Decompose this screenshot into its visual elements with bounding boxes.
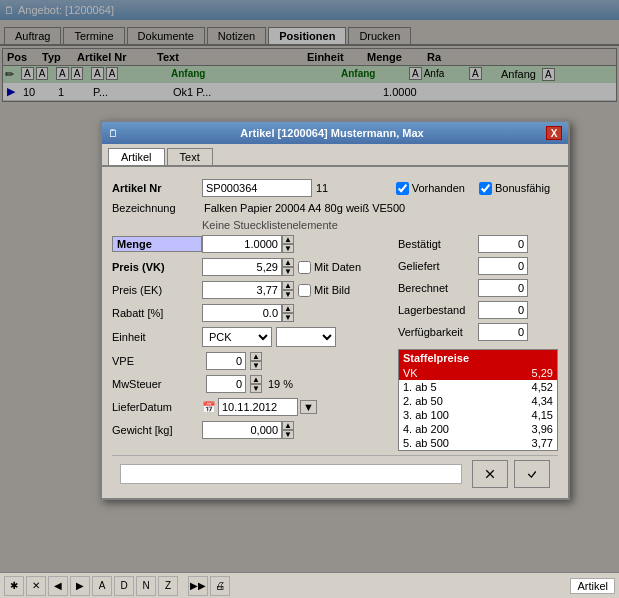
two-col-layout: Menge ▲ ▼ Preis (VK) ▲ ▼ (112, 235, 558, 451)
preis-ek-row: Preis (EK) ▲ ▼ Mit Bild (112, 281, 388, 299)
preis-ek-label: Preis (EK) (112, 284, 202, 296)
date-dropdown-icon[interactable]: ▼ (300, 400, 317, 414)
preis-vk-spinner[interactable]: ▲ ▼ (282, 258, 294, 276)
preis-ek-down[interactable]: ▼ (282, 290, 294, 299)
lagerbestand-input[interactable] (478, 301, 528, 319)
artikel-nr-label: Artikel Nr (112, 182, 202, 194)
menge-input[interactable] (202, 235, 282, 253)
menge-row: Menge ▲ ▼ (112, 235, 388, 253)
vpe-down[interactable]: ▼ (250, 361, 262, 370)
bottom-icon-x[interactable]: ✕ (26, 576, 46, 596)
bottom-bar: ✱ ✕ ◀ ▶ A D N Z ▶▶ 🖨 Artikel (0, 572, 619, 598)
calendar-icon[interactable]: 📅 (202, 401, 216, 414)
einheit-select[interactable]: PCK STK KAR (202, 327, 272, 347)
menge-spinner[interactable]: ▲ ▼ (282, 235, 294, 253)
modal-tab-artikel[interactable]: Artikel (108, 148, 165, 165)
mit-daten-checkbox[interactable] (298, 261, 311, 274)
bottom-icon-n[interactable]: N (136, 576, 156, 596)
staffel-3-value: 4,15 (532, 409, 553, 421)
bonusfaehig-checkbox[interactable] (479, 182, 492, 195)
rabatt-up[interactable]: ▲ (282, 304, 294, 313)
staffel-3-label: 3. ab 100 (403, 409, 449, 421)
staffel-row-4: 4. ab 200 3,96 (399, 422, 557, 436)
geliefert-input[interactable] (478, 257, 528, 275)
berechnet-row: Berechnet (398, 279, 528, 297)
einheit-select2[interactable] (276, 327, 336, 347)
bezeichnung-value: Falken Papier 20004 A4 80g weiß VE500 (204, 202, 405, 214)
modal-tabs: Artikel Text (102, 144, 568, 167)
mit-bild-checkbox[interactable] (298, 284, 311, 297)
menge-label: Menge (112, 236, 202, 252)
mwst-spinner[interactable]: ▲ ▼ (250, 375, 262, 393)
progress-bar (120, 464, 462, 484)
rabatt-spinner[interactable]: ▲ ▼ (282, 304, 294, 322)
berechnet-input[interactable] (478, 279, 528, 297)
berechnet-label: Berechnet (398, 282, 448, 294)
preis-vk-up[interactable]: ▲ (282, 258, 294, 267)
confirm-button[interactable] (514, 460, 550, 488)
main-content: 🗒 Angebot: [1200064] Auftrag Termine Dok… (0, 0, 619, 572)
lagerbestand-label: Lagerbestand (398, 304, 465, 316)
preis-ek-input[interactable] (202, 281, 282, 299)
staffel-vk-value: 5,29 (532, 367, 553, 379)
verfuegbarkeit-label: Verfügbarkeit (398, 326, 463, 338)
bezeichnung-row: Bezeichnung Falken Papier 20004 A4 80g w… (112, 202, 558, 214)
mit-daten-wrap: Mit Daten (298, 261, 361, 274)
preis-ek-up[interactable]: ▲ (282, 281, 294, 290)
gewicht-down[interactable]: ▼ (282, 430, 294, 439)
preis-ek-spinner[interactable]: ▲ ▼ (282, 281, 294, 299)
verfuegbarkeit-input[interactable] (478, 323, 528, 341)
cancel-button[interactable] (472, 460, 508, 488)
date-field: 📅 ▼ (202, 398, 317, 416)
bonusfaehig-checkbox-wrap: Bonusfähig (479, 182, 550, 195)
bottom-icon-print[interactable]: 🖨 (210, 576, 230, 596)
mwst-up[interactable]: ▲ (250, 375, 262, 384)
modal-close-button[interactable]: X (546, 126, 562, 140)
modal-tab-text[interactable]: Text (167, 148, 213, 165)
vpe-up[interactable]: ▲ (250, 352, 262, 361)
menge-down[interactable]: ▼ (282, 244, 294, 253)
menge-up[interactable]: ▲ (282, 235, 294, 244)
mwst-input[interactable] (206, 375, 246, 393)
modal-title-text: Artikel [1200064] Mustermann, Max (240, 127, 423, 139)
bezeichnung-label: Bezeichnung (112, 202, 202, 214)
preis-vk-down[interactable]: ▼ (282, 267, 294, 276)
gewicht-spinner[interactable]: ▲ ▼ (282, 421, 294, 439)
bottom-icon-back[interactable]: ◀ (48, 576, 68, 596)
gewicht-up[interactable]: ▲ (282, 421, 294, 430)
vorhanden-label: Vorhanden (412, 182, 465, 194)
geliefert-label: Geliefert (398, 260, 440, 272)
bottom-icon-z[interactable]: Z (158, 576, 178, 596)
mit-bild-label: Mit Bild (314, 284, 350, 296)
vpe-input[interactable] (206, 352, 246, 370)
bestaetigt-row: Bestätigt (398, 235, 528, 253)
keine-stueck: Keine Stuecklistenelemente (202, 219, 558, 231)
bottom-icon-d[interactable]: D (114, 576, 134, 596)
mwst-row: MwSteuer ▲ ▼ 19 % (112, 375, 388, 393)
bestaetigt-label: Bestätigt (398, 238, 441, 250)
artikel-nr-input[interactable] (202, 179, 312, 197)
bottom-icon-star[interactable]: ✱ (4, 576, 24, 596)
lieferdatum-row: LieferDatum 📅 ▼ (112, 398, 388, 416)
vorhanden-checkbox[interactable] (396, 182, 409, 195)
rabatt-down[interactable]: ▼ (282, 313, 294, 322)
rabatt-input[interactable] (202, 304, 282, 322)
mwst-down[interactable]: ▼ (250, 384, 262, 393)
modal-body: Artikel Nr 11 Vorhanden Bonusfähig Bezei… (102, 173, 568, 498)
vpe-spinner[interactable]: ▲ ▼ (250, 352, 262, 370)
staffel-row-5: 5. ab 500 3,77 (399, 436, 557, 450)
gewicht-input[interactable] (202, 421, 282, 439)
preis-vk-input[interactable] (202, 258, 282, 276)
bottom-icon-fwd[interactable]: ▶ (70, 576, 90, 596)
modal-title-icon: 🗒 (108, 128, 118, 139)
artikel-nr-row: Artikel Nr 11 Vorhanden Bonusfähig (112, 179, 558, 197)
bottom-icon-a[interactable]: A (92, 576, 112, 596)
lieferdatum-input[interactable] (218, 398, 298, 416)
staffel-2-label: 2. ab 50 (403, 395, 443, 407)
verfuegbarkeit-row: Verfügbarkeit (398, 323, 528, 341)
lagerbestand-row: Lagerbestand (398, 301, 528, 319)
staffel-5-value: 3,77 (532, 437, 553, 449)
bestaetigt-input[interactable] (478, 235, 528, 253)
bottom-icon-dbl-fwd[interactable]: ▶▶ (188, 576, 208, 596)
modal-dialog: 🗒 Artikel [1200064] Mustermann, Max X Ar… (100, 120, 570, 500)
